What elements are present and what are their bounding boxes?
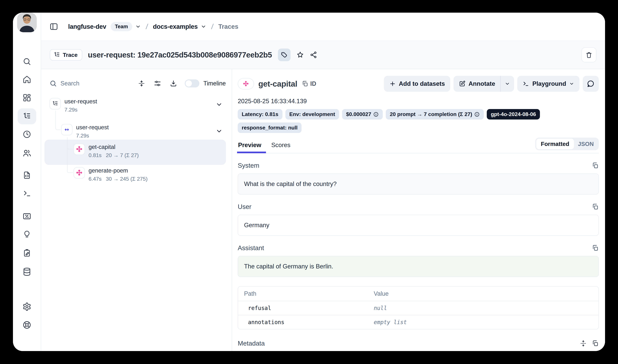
assistant-section-title: Assistant	[238, 244, 264, 252]
share-button[interactable]	[310, 51, 317, 59]
search-input[interactable]	[61, 80, 110, 87]
tree-node-generation[interactable]: ✣ generate-poem 6.47s 30 → 245 (Σ 275)	[74, 167, 148, 182]
add-to-datasets-button[interactable]: Add to datasets	[384, 76, 450, 92]
sidebar-annotations-icon[interactable]	[23, 230, 31, 239]
copy-icon[interactable]	[592, 162, 599, 169]
node-label: generate-poem	[89, 167, 148, 174]
node-tokens: 30 → 245 (Σ 275)	[106, 176, 148, 182]
main-area: langfuse-dev Team / docs-examples / Trac…	[41, 13, 605, 351]
node-collapse-chevron-icon[interactable]	[216, 101, 223, 108]
observation-title: get-capital	[258, 79, 297, 88]
latency-badge: Latency: 0.81s	[238, 109, 283, 119]
metadata-title: Metadata	[238, 340, 265, 347]
value-cell: empty list	[368, 315, 598, 329]
format-json-option[interactable]: JSON	[574, 139, 598, 149]
sidebar-datasets-icon[interactable]	[22, 267, 31, 276]
node-collapse-chevron-icon[interactable]	[216, 128, 223, 135]
sidebar-home-icon[interactable]	[23, 75, 31, 84]
node-duration: 7.29s	[76, 133, 89, 139]
generation-node-icon: ✣	[74, 167, 85, 179]
system-section: System What is the capital of the countr…	[238, 162, 599, 195]
sidebar-scores-icon[interactable]	[22, 212, 31, 221]
copy-icon[interactable]	[592, 340, 599, 347]
tab-preview[interactable]: Preview	[238, 139, 263, 153]
sidebar-search-icon[interactable]	[23, 57, 31, 66]
trace-type-badge: Trace	[50, 49, 82, 61]
sidebar-support-icon[interactable]	[22, 320, 31, 329]
copy-id-button[interactable]: ID	[302, 80, 316, 87]
star-button[interactable]	[296, 51, 304, 59]
value-cell: null	[368, 301, 598, 315]
comments-button[interactable]	[583, 76, 599, 92]
info-icon	[474, 112, 480, 117]
detail-actions: Add to datasets Annotate	[384, 76, 599, 92]
timeline-toggle-label: Timeline	[203, 80, 226, 87]
copy-icon[interactable]	[592, 245, 599, 251]
copy-icon[interactable]	[592, 203, 599, 210]
system-message-box: What is the capital of the country?	[238, 173, 599, 195]
cost-badge[interactable]: $0.000027	[342, 109, 383, 119]
sidebar-dashboard-icon[interactable]	[23, 93, 31, 102]
user-section-title: User	[238, 203, 251, 210]
trace-badge-label: Trace	[63, 52, 77, 58]
breadcrumb-project[interactable]: docs-examples	[153, 23, 198, 30]
sidebar-evaluations-icon[interactable]	[23, 249, 31, 257]
org-type-badge: Team	[111, 22, 132, 31]
sidebar-playground-icon[interactable]	[23, 189, 31, 198]
tab-scores[interactable]: Scores	[271, 139, 292, 153]
tree-search-row: Timeline	[50, 76, 226, 91]
table-row: refusal null	[238, 301, 598, 315]
node-duration: 6.47s	[89, 176, 102, 182]
node-label: user-request	[76, 124, 109, 131]
sidebar-users-icon[interactable]	[22, 149, 31, 157]
panel-toggle-icon[interactable]	[50, 22, 58, 31]
model-badge[interactable]: gpt-4o-2024-08-06	[487, 109, 540, 119]
observation-detail-panel: ✣ get-capital ID Add to datasets	[232, 69, 605, 351]
sidebar-prompts-icon[interactable]	[23, 171, 31, 180]
trace-header-bar: Trace user-request: 19e27ac025d543b008e9…	[41, 40, 605, 69]
table-row: annotations empty list	[238, 315, 598, 329]
format-formatted-option[interactable]: Formatted	[536, 139, 574, 149]
breadcrumb-section[interactable]: Traces	[218, 23, 238, 30]
delete-trace-button[interactable]	[581, 47, 596, 62]
tree-node-generation-selected[interactable]: ✣ get-capital 0.81s 20 → 7 (Σ 27)	[74, 143, 139, 158]
user-avatar[interactable]	[17, 13, 37, 32]
tag-button[interactable]	[278, 49, 291, 61]
playground-button[interactable]: Playground	[517, 76, 579, 92]
sidebar-settings-icon[interactable]	[22, 302, 31, 311]
trace-tree-panel: Timeline user-request 7.29s	[41, 69, 232, 351]
download-icon[interactable]	[170, 80, 177, 87]
breadcrumb-org[interactable]: langfuse-dev	[68, 23, 106, 30]
env-badge: Env: development	[285, 109, 339, 119]
node-duration: 7.29s	[64, 107, 77, 113]
node-duration: 0.81s	[89, 152, 102, 158]
app-window: langfuse-dev Team / docs-examples / Trac…	[13, 13, 605, 351]
detail-tabs: Preview Scores Formatted JSON	[238, 139, 599, 153]
project-chevron-down-icon[interactable]	[201, 24, 206, 29]
expand-metadata-icon[interactable]	[580, 340, 587, 347]
tokens-badge[interactable]: 20 prompt → 7 completion (Σ 27)	[386, 109, 484, 119]
tree-node-span[interactable]: user-request 7.29s	[61, 124, 109, 139]
tree-node-trace-root[interactable]: user-request 7.29s	[50, 98, 97, 113]
annotate-button[interactable]: Annotate	[453, 80, 500, 87]
response-format-badge: response_format: null	[238, 122, 302, 133]
trace-title: user-request: 19e27ac025d543b008e9086977…	[88, 50, 272, 59]
user-section: User Germany	[238, 203, 599, 236]
content-row: Timeline user-request 7.29s	[41, 69, 605, 351]
tree-settings-icon[interactable]	[154, 80, 161, 87]
format-toggle: Formatted JSON	[535, 138, 599, 150]
collapse-all-icon[interactable]	[138, 80, 145, 87]
annotate-dropdown-chevron[interactable]	[501, 81, 514, 86]
timeline-toggle[interactable]	[185, 79, 199, 87]
breadcrumb-separator: /	[145, 22, 148, 31]
sidebar-sessions-icon[interactable]	[23, 130, 31, 139]
annotate-pencil-icon	[459, 80, 465, 87]
id-label: ID	[310, 80, 316, 87]
path-cell: annotations	[238, 315, 368, 329]
trace-tree: user-request 7.29s user-request	[50, 97, 226, 191]
system-section-title: System	[238, 162, 259, 169]
terminal-icon	[523, 80, 529, 87]
topbar: langfuse-dev Team / docs-examples / Trac…	[41, 13, 605, 40]
sidebar-traces-item[interactable]	[18, 108, 36, 124]
org-chevron-down-icon[interactable]	[135, 24, 141, 29]
